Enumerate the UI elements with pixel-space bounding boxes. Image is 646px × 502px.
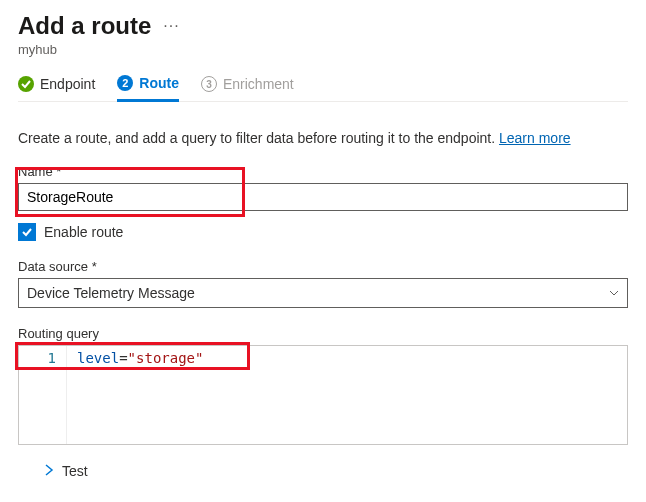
data-source-select[interactable]: Device Telemetry Message	[18, 278, 628, 308]
token-attr: level	[77, 350, 119, 366]
learn-more-link[interactable]: Learn more	[499, 130, 571, 146]
step-number-icon: 2	[117, 75, 133, 91]
token-op: =	[119, 350, 127, 366]
enable-route-checkbox[interactable]	[18, 223, 36, 241]
step-number-icon: 3	[201, 76, 217, 92]
step-enrichment[interactable]: 3 Enrichment	[201, 75, 294, 101]
wizard-steps: Endpoint 2 Route 3 Enrichment	[18, 75, 628, 102]
select-value: Device Telemetry Message	[27, 285, 195, 301]
line-number: 1	[19, 346, 67, 444]
page-title: Add a route	[18, 12, 151, 40]
routing-query-editor[interactable]: 1 level="storage"	[18, 345, 628, 445]
test-label: Test	[62, 463, 88, 479]
enable-route-label: Enable route	[44, 224, 123, 240]
name-label: Name	[18, 164, 628, 179]
name-input[interactable]	[18, 183, 628, 211]
step-label: Enrichment	[223, 76, 294, 92]
step-label: Route	[139, 75, 179, 91]
more-button[interactable]: ···	[163, 17, 179, 35]
step-endpoint[interactable]: Endpoint	[18, 75, 95, 101]
chevron-down-icon	[609, 285, 619, 301]
code-line: level="storage"	[67, 346, 213, 444]
token-string: "storage"	[128, 350, 204, 366]
step-label: Endpoint	[40, 76, 95, 92]
routing-query-label: Routing query	[18, 326, 628, 341]
check-circle-icon	[18, 76, 34, 92]
resource-subtitle: myhub	[18, 42, 628, 57]
step-route[interactable]: 2 Route	[117, 75, 179, 102]
test-toggle[interactable]: Test	[44, 463, 628, 479]
data-source-label: Data source	[18, 259, 628, 274]
chevron-right-icon	[44, 463, 54, 479]
description-text: Create a route, and add a query to filte…	[18, 130, 495, 146]
